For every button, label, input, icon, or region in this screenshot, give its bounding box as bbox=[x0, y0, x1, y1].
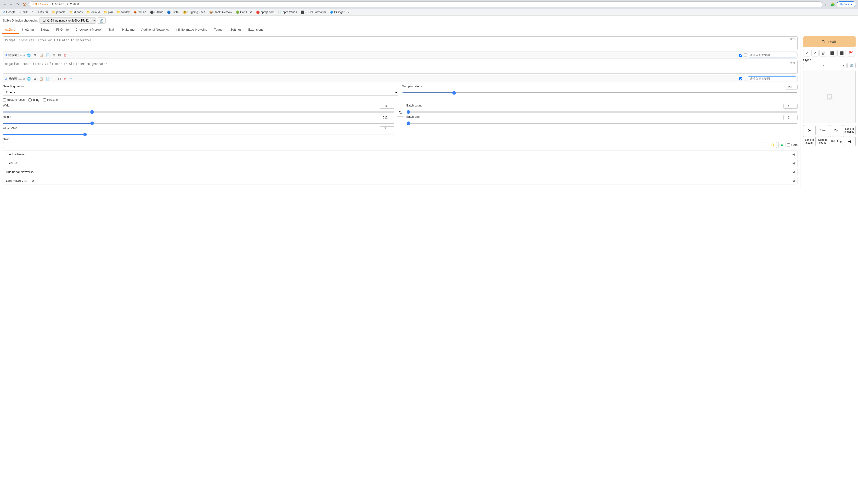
batch-size-slider[interactable] bbox=[407, 123, 798, 124]
checkpoint-select[interactable]: sd-v1-5-inpainting.ckpt [c6bbc15e32] bbox=[39, 17, 96, 24]
prompt-delete-btn[interactable]: 🗑 bbox=[63, 53, 68, 58]
accordion-controlnet-header[interactable]: ControlNet v1.1.210 ◀ bbox=[3, 177, 797, 184]
tab-tagger[interactable]: Tagger bbox=[211, 26, 227, 34]
hires-fix-input[interactable] bbox=[43, 98, 46, 101]
bookmark-pku[interactable]: 📁 pku bbox=[102, 10, 114, 14]
batch-size-input[interactable] bbox=[783, 115, 798, 120]
action-send-back-btn[interactable]: ➤ bbox=[803, 125, 816, 135]
prompt-gear-btn[interactable]: ⚙ bbox=[33, 53, 37, 58]
bookmark-google[interactable]: G Google bbox=[2, 10, 17, 14]
tab-img2img[interactable]: img2img bbox=[19, 26, 37, 34]
tab-train[interactable]: Train bbox=[105, 26, 119, 34]
bookmark-gitlab[interactable]: 🦊 GitLab bbox=[132, 10, 147, 14]
prompt-copy-btn[interactable]: 📋 bbox=[38, 53, 44, 58]
flag-btn[interactable]: 🚩 bbox=[847, 50, 855, 56]
star-button[interactable]: ☆ bbox=[824, 1, 829, 7]
tab-settings[interactable]: Settings bbox=[227, 26, 245, 34]
tab-additional-networks[interactable]: Additional Networks bbox=[138, 26, 172, 34]
prompt-keyword-input[interactable] bbox=[748, 53, 796, 58]
dark-btn[interactable]: ⬛ bbox=[838, 50, 846, 56]
accordion-additional-networks-header[interactable]: Additional Networks ◀ bbox=[3, 168, 797, 176]
arrow-down-left-btn[interactable]: ↙ bbox=[803, 50, 810, 56]
red-btn[interactable]: ⬛ bbox=[828, 50, 837, 56]
back-button[interactable]: ← bbox=[2, 1, 7, 7]
action-send-extras-btn[interactable]: Send to extras bbox=[816, 136, 829, 146]
hires-fix-checkbox[interactable]: Hires. fix bbox=[43, 98, 59, 101]
tab-hakuimg[interactable]: HakuImg bbox=[119, 26, 138, 34]
extra-checkbox-label[interactable]: Extra bbox=[787, 143, 798, 147]
prompt-paste-btn[interactable]: 📄 bbox=[45, 53, 51, 58]
action-hakuimg-btn[interactable]: HakuImg bbox=[830, 136, 842, 146]
height-slider[interactable] bbox=[3, 123, 394, 124]
width-slider[interactable] bbox=[3, 112, 394, 113]
bookmark-github[interactable]: ⚫ GitHub bbox=[149, 10, 165, 14]
cfg-scale-slider[interactable] bbox=[3, 134, 394, 135]
seed-magic-btn[interactable]: ✨ bbox=[769, 142, 777, 148]
negative-gear-btn[interactable]: ⚙ bbox=[33, 77, 37, 81]
styles-clear-icon[interactable]: ✕ bbox=[822, 64, 825, 67]
prompt-globe-btn[interactable]: 🌐 bbox=[26, 53, 32, 58]
styles-refresh-btn[interactable]: 🔄 bbox=[847, 63, 856, 68]
bookmark-dillinger[interactable]: 🔷 Dillinger bbox=[329, 10, 346, 14]
sampling-method-select[interactable]: Euler a Euler LMS Heun DPM2 bbox=[3, 89, 398, 96]
bookmark-jd-tools[interactable]: 📁 jd tools bbox=[50, 10, 67, 14]
home-button[interactable]: 🏠 bbox=[21, 1, 28, 7]
arrow-up-right-btn[interactable]: ↗ bbox=[811, 50, 819, 56]
accordion-tiled-diffusion-header[interactable]: Tiled Diffusion ◀ bbox=[3, 150, 797, 158]
tab-infinite-browsing[interactable]: Infinite image browsing bbox=[172, 26, 211, 34]
width-input[interactable] bbox=[380, 104, 394, 109]
bookmark-civitai[interactable]: 🔵 Civitai bbox=[166, 10, 181, 14]
bookmark-caniuse[interactable]: 🟢 Can I use bbox=[234, 10, 254, 14]
bookmark-npm-trends[interactable]: 📊 npm trends bbox=[277, 10, 298, 14]
bookmark-solidity[interactable]: 📁 solidity bbox=[115, 10, 131, 14]
update-button[interactable]: Update ▼ bbox=[837, 1, 856, 7]
reload-button[interactable]: ↻ bbox=[15, 1, 20, 7]
bookmarks-more[interactable]: » bbox=[347, 10, 350, 14]
prompt-duplicate-btn[interactable]: ⊟ bbox=[57, 53, 62, 58]
sampling-steps-input[interactable]: 20 bbox=[786, 85, 798, 90]
batch-count-slider[interactable] bbox=[407, 112, 798, 113]
extensions-button[interactable]: 🧩 bbox=[830, 1, 836, 7]
negative-prompt-input[interactable] bbox=[3, 60, 797, 73]
action-send-img2img-btn[interactable]: Send to img2img bbox=[843, 125, 856, 135]
tiling-input[interactable] bbox=[29, 98, 32, 101]
bookmark-baidu[interactable]: 百 百度一下，你就知道 bbox=[18, 10, 50, 15]
negative-delete-btn[interactable]: 🗑 bbox=[63, 77, 68, 81]
negative-paste-btn[interactable]: 📄 bbox=[45, 77, 51, 81]
negative-star-btn[interactable]: ✦ bbox=[69, 77, 73, 81]
styles-dropdown[interactable]: ✕ ▼ bbox=[803, 63, 846, 68]
bookmark-jd-docs[interactable]: 📁 jd docs bbox=[68, 10, 84, 14]
bookmark-stackoverflow[interactable]: 📦 StackOverflow bbox=[208, 10, 234, 14]
negative-duplicate-btn[interactable]: ⊟ bbox=[57, 77, 62, 81]
negative-copy-btn[interactable]: 📋 bbox=[38, 77, 44, 81]
bookmark-huggingface[interactable]: 🤗 Hugging Face bbox=[182, 10, 207, 14]
bookmark-npmjs[interactable]: 🔴 npmjs.com bbox=[255, 10, 276, 14]
tab-extensions[interactable]: Extensions bbox=[245, 26, 267, 34]
bookmark-json-formatter[interactable]: ⬛ JSON Formatter bbox=[299, 10, 327, 14]
seed-recycle-btn[interactable]: ♻ bbox=[778, 142, 785, 148]
accordion-tiled-vae-header[interactable]: Tiled VAE ◀ bbox=[3, 159, 797, 167]
tab-checkpoint-merger[interactable]: Checkpoint Merger bbox=[72, 26, 105, 34]
extra-checkbox-input[interactable] bbox=[787, 143, 790, 146]
restore-faces-checkbox[interactable]: Restore faces bbox=[3, 98, 25, 101]
action-send-inpaint-btn[interactable]: Send to inpaint bbox=[803, 136, 816, 146]
restore-faces-input[interactable] bbox=[3, 98, 6, 101]
tab-extras[interactable]: Extras bbox=[37, 26, 53, 34]
batch-count-input[interactable] bbox=[783, 104, 798, 109]
bookmark-jdcloud[interactable]: 📁 jdcloud bbox=[85, 10, 101, 14]
prompt-extra-btn[interactable]: ⊞ bbox=[52, 53, 56, 58]
forward-button[interactable]: → bbox=[9, 1, 14, 7]
negative-globe-btn[interactable]: 🌐 bbox=[26, 77, 32, 81]
negative-enable-checkbox[interactable] bbox=[739, 77, 742, 80]
prompt-input[interactable] bbox=[3, 37, 797, 49]
tab-png-info[interactable]: PNG Info bbox=[53, 26, 72, 34]
action-collapse-btn[interactable]: ◀ bbox=[843, 136, 856, 146]
tiling-checkbox[interactable]: Tiling bbox=[29, 98, 39, 101]
delete-btn[interactable]: 🗑 bbox=[820, 50, 827, 56]
seed-input[interactable] bbox=[3, 142, 767, 148]
sampling-steps-slider[interactable] bbox=[402, 92, 798, 93]
tab-txt2img[interactable]: txt2img bbox=[2, 26, 19, 34]
negative-keyword-input[interactable] bbox=[748, 76, 796, 81]
action-save-btn[interactable]: Save bbox=[816, 125, 829, 135]
prompt-star-btn[interactable]: ✦ bbox=[69, 53, 73, 58]
